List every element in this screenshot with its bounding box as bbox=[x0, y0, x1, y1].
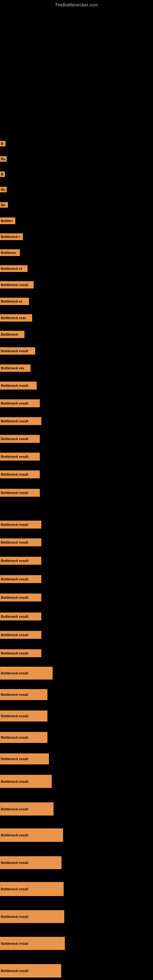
bar-label: Bottleneck result bbox=[1, 541, 28, 544]
bottleneck-bar: Bottleneck result bbox=[0, 964, 61, 978]
bottleneck-bar: Bottleneck result bbox=[0, 593, 41, 601]
bar-label: Bo bbox=[1, 188, 5, 191]
bottleneck-bar: Bottleneck result bbox=[0, 732, 48, 743]
bar-label: Bottlenec bbox=[1, 251, 16, 255]
bottleneck-bar: Bottleneck result bbox=[0, 649, 41, 657]
bar-label: Bottleneck result bbox=[1, 861, 28, 865]
bar-label: Bottleneck re bbox=[1, 267, 22, 270]
bar-label: Bottleneck result bbox=[1, 401, 28, 405]
bottleneck-bar: Bottlen bbox=[0, 218, 15, 224]
bottleneck-bar: Bottleneck result bbox=[0, 489, 40, 497]
bar-label: Bottleneck result bbox=[1, 384, 28, 387]
bar-label: B bbox=[1, 142, 3, 145]
bar-label: Bottleneck result bbox=[1, 693, 28, 697]
bottleneck-bar: Bottleneck res bbox=[0, 364, 30, 372]
bar-label: Bottleneck result bbox=[1, 671, 28, 675]
bar-label: Bottleneck bbox=[1, 332, 18, 336]
bottleneck-bar: Bottleneck bbox=[0, 331, 24, 338]
bottleneck-bar: Bottleneck result bbox=[0, 689, 48, 700]
bar-label: Bottleneck result bbox=[1, 736, 28, 739]
bottleneck-bar: Bo bbox=[0, 202, 8, 208]
bottleneck-bar: Bottleneck result bbox=[0, 347, 35, 355]
bar-label: Bottlen bbox=[1, 219, 13, 223]
bottleneck-bar: Bottleneck result bbox=[0, 453, 40, 461]
bar-label: Bo bbox=[1, 203, 5, 207]
bar-label: B bbox=[1, 172, 3, 176]
bottleneck-bar: Bottleneck result bbox=[0, 910, 64, 923]
bottleneck-bar: Bottleneck result bbox=[0, 470, 40, 478]
bottleneck-bar: Bottleneck result bbox=[0, 775, 52, 788]
bottleneck-bar: Bottleneck result bbox=[0, 802, 54, 816]
bar-label: Bottleneck r bbox=[1, 235, 21, 239]
bar-label: Bottleneck result bbox=[1, 523, 28, 527]
bottleneck-bar: Bo bbox=[0, 156, 7, 162]
bottleneck-bar: Bottleneck re bbox=[0, 265, 27, 272]
bar-label: Bottleneck result bbox=[1, 942, 28, 945]
bottleneck-bar: Bottleneck result bbox=[0, 575, 41, 583]
bar-label: Bottleneck result bbox=[1, 807, 28, 811]
bottleneck-bar: Bottleneck resu bbox=[0, 314, 32, 321]
bottleneck-bar: Bottleneck result bbox=[0, 538, 41, 546]
bar-label: Bottleneck result bbox=[1, 651, 28, 655]
bar-label: Bottleneck result bbox=[1, 969, 28, 973]
bar-label: Bottleneck result bbox=[1, 473, 28, 476]
bar-label: Bottleneck resu bbox=[1, 316, 26, 320]
bar-label: Bottleneck result bbox=[1, 577, 28, 581]
bottleneck-bar: Bottleneck result bbox=[0, 829, 63, 842]
site-title: TheBottlenecker.com bbox=[0, 0, 153, 7]
bottleneck-bar: Bottleneck result bbox=[0, 882, 64, 896]
bottleneck-bar: Bottlenec bbox=[0, 249, 20, 256]
bar-label: Bottleneck result bbox=[1, 419, 28, 423]
bar-label: Bottleneck result bbox=[1, 915, 28, 918]
bar-label: Bottleneck re bbox=[1, 299, 22, 303]
bar-label: Bottleneck result bbox=[1, 833, 28, 837]
bar-label: Bottleneck result bbox=[1, 559, 28, 563]
bottleneck-bar: Bottleneck result bbox=[0, 417, 41, 425]
bar-label: Bottleneck result bbox=[1, 633, 28, 637]
bottleneck-bar: Bottleneck result bbox=[0, 856, 62, 869]
bar-label: Bottleneck res bbox=[1, 366, 24, 370]
bar-label: Bottleneck result bbox=[1, 887, 28, 891]
bottleneck-bar: Bottleneck result bbox=[0, 382, 37, 390]
bottleneck-bar: Bottleneck result bbox=[0, 667, 53, 679]
bottleneck-bar: Bottleneck result bbox=[0, 711, 48, 722]
bottleneck-bar: Bottleneck r bbox=[0, 233, 23, 240]
bottleneck-bar: Bottleneck result bbox=[0, 753, 49, 764]
bar-label: Bottleneck result bbox=[1, 283, 28, 286]
bottleneck-bar: B bbox=[0, 141, 5, 146]
bar-label: Bottleneck result bbox=[1, 455, 28, 458]
bottleneck-bar: Bottleneck result bbox=[0, 520, 41, 528]
bottleneck-bar: Bottleneck re bbox=[0, 298, 29, 305]
bar-label: Bottleneck result bbox=[1, 349, 28, 353]
bar-label: Bottleneck result bbox=[1, 596, 28, 599]
bottleneck-bar: Bottleneck result bbox=[0, 631, 41, 639]
bottleneck-bar: Bottleneck result bbox=[0, 557, 41, 565]
bottleneck-bar: Bottleneck result bbox=[0, 399, 40, 407]
bottleneck-bar: Bottleneck result bbox=[0, 612, 41, 620]
bar-label: Bottleneck result bbox=[1, 780, 28, 783]
bar-label: Bottleneck result bbox=[1, 615, 28, 618]
bottleneck-bar: Bottleneck result bbox=[0, 281, 33, 288]
bar-label: Bottleneck result bbox=[1, 491, 28, 495]
bottleneck-bar: Bo bbox=[0, 187, 7, 192]
bar-label: Bottleneck result bbox=[1, 437, 28, 441]
bottleneck-bar: B bbox=[0, 172, 5, 177]
bar-label: Bo bbox=[1, 157, 5, 161]
bar-label: Bottleneck result bbox=[1, 714, 28, 718]
bar-label: Bottleneck result bbox=[1, 757, 28, 761]
chart-wrapper: TheBottlenecker.com BBoBBoBoBottlenBottl… bbox=[0, 0, 153, 980]
bottleneck-bar: Bottleneck result bbox=[0, 435, 40, 443]
bottleneck-bar: Bottleneck result bbox=[0, 937, 65, 950]
